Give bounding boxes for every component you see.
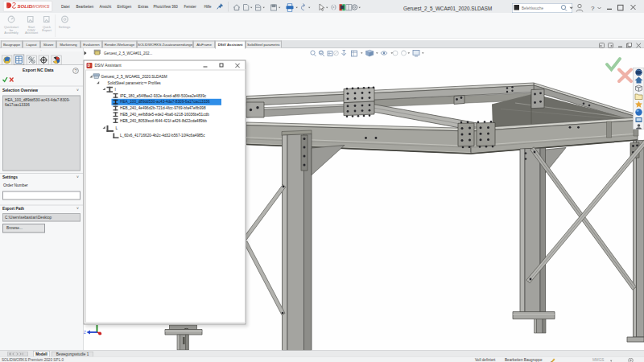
svg-text:Geruest_2_5_WCA#01_2020.SLDASM: Geruest_2_5_WCA#01_2020.SLDASM	[101, 75, 167, 79]
svg-text:Z: Z	[84, 331, 86, 335]
svg-text:L: L	[116, 126, 118, 130]
svg-text:I: I	[115, 88, 116, 92]
svg-text:HEB_240_4e496d2b-721d-4fcc-976: HEB_240_4e496d2b-721d-4fcc-9769-bfa47eff…	[120, 106, 206, 110]
svg-text:HEA_100_d89dd530-ac43-4da7-830: HEA_100_d89dd530-ac43-4da7-8309-6a17cac1…	[120, 100, 210, 104]
svg-text:HEB_240_8053fecd-f644-421f-a42: HEB_240_8053fecd-f644-421f-a426-8d22cda4…	[120, 119, 207, 123]
svg-text:L_60x6_41716620-4b2c-4d32-b567: L_60x6_41716620-4b2c-4d32-b567-10f4c6a49…	[120, 134, 205, 138]
svg-text:HEB_240_eefb8de5-ede2-4ba6-b21: HEB_240_eefb8de5-ede2-4ba6-b218-16036be5…	[120, 113, 209, 117]
svg-text:Geruest_2_5_WCA#01_202...: Geruest_2_5_WCA#01_202...	[104, 51, 152, 56]
svg-text:SolidSteel parametric™ Profile: SolidSteel parametric™ Profiles	[108, 81, 162, 85]
svg-text:IPE_180_a54f8ae2-932e-4ced-a86: IPE_180_a54f8ae2-932e-4ced-a86f-500ea2e4…	[120, 94, 207, 98]
